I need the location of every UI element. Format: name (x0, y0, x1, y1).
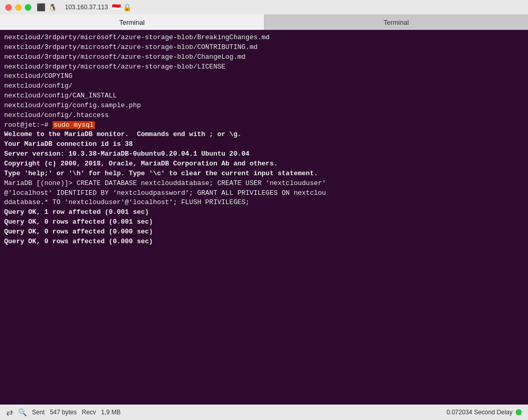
sent-label: Sent (32, 409, 45, 416)
terminal-line: @'localhost' IDENTIFIED BY 'nextcloudpas… (4, 189, 524, 198)
close-button[interactable] (5, 4, 12, 11)
terminal-line: Type 'help;' or '\h' for help. Type '\c'… (4, 169, 524, 179)
swap-icon: ⇄ (6, 408, 13, 417)
terminal-line: nextcloud/3rdparty/microsoft/azure-stora… (4, 62, 524, 72)
maximize-button[interactable] (25, 4, 31, 11)
terminal-line: Query OK, 1 row affected (0.001 sec) (4, 208, 524, 217)
tab-terminal-2[interactable]: Terminal (265, 14, 529, 30)
lock-icon: 🔒 (123, 3, 131, 11)
terminal-line: nextcloud/config/.htaccess (4, 111, 524, 121)
minimize-button[interactable] (15, 4, 22, 11)
delay-text: 0.072034 Second Delay (447, 409, 513, 416)
terminal-line: Server version: 10.3.38-MariaDB-0ubuntu0… (4, 149, 524, 159)
terminal-line: Your MariaDB connection id is 38 (4, 140, 524, 149)
terminal-line: Welcome to the MariaDB monitor. Commands… (4, 130, 524, 140)
terminal-icon: ⬛ (37, 3, 45, 11)
flag-icon: 🇮🇩 (112, 3, 121, 11)
recv-label: Recv (82, 409, 96, 416)
terminal-line: nextcloud/3rdparty/microsoft/azure-stora… (4, 53, 524, 62)
search-icon: 🔍 (18, 408, 27, 416)
statusbar: ⇄ 🔍 Sent 547 bytes Recv 1,9 MB 0.072034 … (0, 405, 528, 420)
terminal-line: Query OK, 0 rows affected (0.000 sec) (4, 237, 524, 247)
terminal-line: nextcloud/COPYING (4, 72, 524, 81)
terminal-line: nextcloud/config/ (4, 81, 524, 91)
terminal-line: Query OK, 0 rows affected (0.001 sec) (4, 217, 524, 227)
terminal-line: Copyright (c) 2000, 2018, Oracle, MariaD… (4, 159, 524, 169)
traffic-lights (0, 4, 31, 11)
terminal-line: Query OK, 0 rows affected (0.000 sec) (4, 227, 524, 237)
terminal-line: nextcloud/3rdparty/microsoft/azure-stora… (4, 33, 524, 43)
terminal-line: nextcloud/config/config.sample.php (4, 101, 524, 111)
tabbar: Terminal Terminal (0, 14, 528, 30)
connection-indicator (516, 409, 522, 415)
recv-size: 1,9 MB (101, 409, 121, 416)
terminal-line: MariaDB [(none)]> CREATE DATABASE nextcl… (4, 179, 524, 189)
ip-address: 103.160.37.113 (65, 4, 108, 11)
terminal-output[interactable]: nextcloud/3rdparty/microsoft/azure-stora… (0, 30, 528, 405)
terminal-line: root@jet:~# sudo mysql (4, 121, 524, 130)
terminal-line: nextcloud/3rdparty/microsoft/azure-stora… (4, 43, 524, 53)
linux-icon: 🐧 (48, 4, 57, 11)
delay-section: 0.072034 Second Delay (447, 409, 522, 416)
sent-bytes: 547 bytes (50, 409, 77, 416)
terminal-line: nextcloud/config/CAN_INSTALL (4, 91, 524, 101)
terminal-line: ddatabase.* TO 'nextclouduser'@'localhos… (4, 198, 524, 208)
titlebar: ⬛ 🐧 103.160.37.113 🇮🇩 🔒 (0, 0, 528, 14)
tab-terminal-1[interactable]: Terminal (0, 14, 265, 30)
